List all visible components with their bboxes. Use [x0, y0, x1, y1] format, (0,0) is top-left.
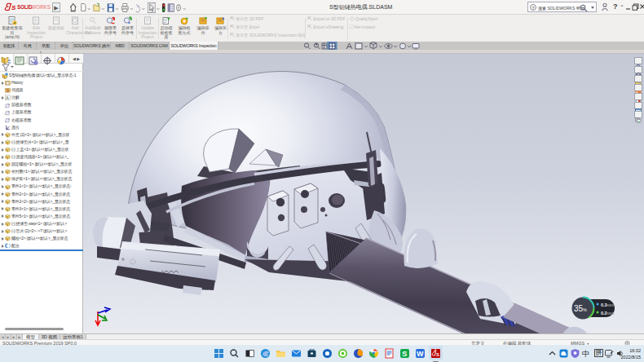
svg-text:S: S	[402, 350, 407, 358]
svg-text:S: S	[436, 352, 439, 357]
svg-text:SOLID: SOLID	[17, 4, 33, 10]
svg-text:S: S	[11, 4, 16, 11]
svg-text:W: W	[417, 350, 424, 358]
svg-text:WORKS: WORKS	[32, 4, 51, 10]
